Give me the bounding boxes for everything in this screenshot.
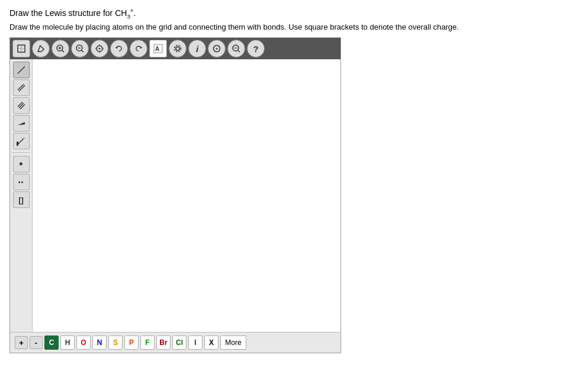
triple-bond-btn[interactable] [13, 97, 30, 114]
svg-line-7 [62, 50, 64, 52]
plus-charge-btn[interactable]: + [15, 336, 28, 349]
svg-line-31 [18, 102, 23, 107]
canvas-area[interactable] [33, 59, 340, 332]
wedge-bond-btn[interactable] [13, 115, 30, 132]
title-line: Draw the Lewis structure for CH3+. [9, 7, 579, 19]
svg-marker-34 [18, 122, 25, 125]
select-tool[interactable] [12, 40, 30, 57]
svg-marker-24 [216, 48, 218, 50]
svg-marker-3 [38, 46, 44, 52]
svg-line-33 [20, 104, 25, 109]
svg-line-26 [238, 50, 240, 52]
bottom-toolbar: + - C H O N S P F Br Cl I X More [10, 332, 340, 353]
dashed-bond-btn[interactable] [13, 133, 30, 149]
redo-btn[interactable] [130, 40, 147, 57]
oxygen-btn[interactable]: O [76, 335, 91, 350]
sulfur-btn[interactable]: S [108, 335, 123, 350]
svg-text:A: A [155, 46, 159, 52]
svg-point-21 [176, 47, 179, 50]
svg-marker-18 [140, 47, 142, 49]
lone-pair-2-btn[interactable]: •• [13, 174, 30, 190]
fluorine-btn[interactable]: F [140, 335, 155, 350]
editor-body: • •• [] [10, 59, 340, 332]
bromine-btn[interactable]: Br [156, 335, 171, 350]
erase-tool[interactable] [32, 40, 50, 57]
top-toolbar: A i ? [10, 38, 340, 59]
left-toolbar: • •• [] [10, 59, 33, 332]
lone-pair-1-btn[interactable]: • [13, 156, 30, 172]
svg-rect-39 [17, 142, 18, 146]
search-btn[interactable] [227, 40, 245, 57]
zoom-out-btn[interactable] [71, 40, 89, 57]
svg-marker-17 [115, 47, 118, 49]
svg-point-22 [175, 46, 181, 52]
hydrogen-btn[interactable]: H [60, 335, 75, 350]
dropdown-btn[interactable] [208, 40, 226, 57]
svg-line-36 [20, 140, 21, 142]
zoom-in-btn[interactable] [52, 40, 69, 57]
help-btn[interactable]: ? [247, 40, 265, 57]
info-btn[interactable]: i [188, 40, 206, 57]
undo-btn[interactable] [110, 40, 128, 57]
svg-line-37 [22, 139, 23, 140]
svg-line-28 [18, 66, 25, 73]
bracket-btn[interactable]: [] [13, 191, 30, 208]
instruction-line: Draw the molecule by placing atoms on th… [9, 23, 579, 31]
formula: CH3+. [115, 8, 136, 18]
iodine-btn[interactable]: I [188, 335, 203, 350]
phosphorus-btn[interactable]: P [124, 335, 139, 350]
svg-line-38 [24, 138, 24, 139]
svg-line-35 [18, 142, 20, 144]
page-wrapper: Draw the Lewis structure for CH3+. Draw … [0, 0, 588, 360]
more-btn[interactable]: More [220, 335, 246, 350]
double-bond-btn[interactable] [13, 79, 30, 96]
template-btn[interactable]: A [149, 40, 167, 57]
left-divider-1 [12, 152, 30, 153]
nitrogen-btn[interactable]: N [92, 335, 107, 350]
svg-line-32 [19, 103, 24, 108]
single-bond-btn[interactable] [13, 62, 30, 78]
zoom-fit-btn[interactable] [91, 40, 108, 57]
x-btn[interactable]: X [204, 335, 219, 350]
settings-btn[interactable] [169, 40, 187, 57]
title-prefix: Draw the Lewis structure for [9, 8, 115, 18]
svg-point-12 [99, 48, 101, 50]
minus-charge-btn[interactable]: - [30, 336, 43, 349]
molecule-editor: A i ? [9, 37, 341, 353]
chlorine-btn[interactable]: Cl [172, 335, 187, 350]
carbon-btn[interactable]: C [44, 335, 59, 350]
svg-line-10 [82, 50, 83, 52]
